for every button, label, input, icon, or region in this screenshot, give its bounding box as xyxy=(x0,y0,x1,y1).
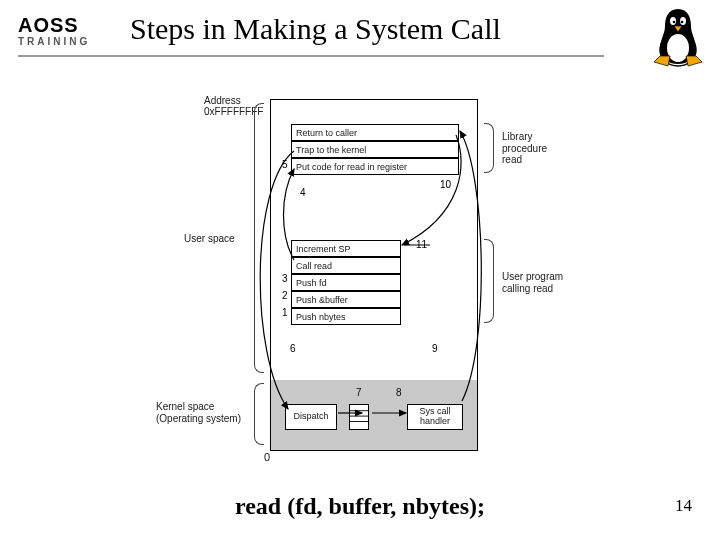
page-number: 14 xyxy=(675,496,692,516)
memory-box: Return to caller Trap to the kernel Put … xyxy=(270,99,478,451)
step-9: 9 xyxy=(432,343,438,354)
slide-caption: read (fd, buffer, nbytes); xyxy=(0,493,720,520)
step-7: 7 xyxy=(356,387,362,398)
row-push-nbytes: Push nbytes xyxy=(291,308,401,325)
user-space-label: User space xyxy=(184,233,235,245)
step-4: 4 xyxy=(300,187,306,198)
slide-header: AOSS TRAINING Steps in Making a System C… xyxy=(0,0,720,72)
kernel-space-label-line2: (Operating system) xyxy=(156,413,241,425)
svg-point-1 xyxy=(667,34,689,62)
userprog-label-line1: User program xyxy=(502,271,563,283)
userprog-label-line2: calling read xyxy=(502,283,563,295)
step-11: 11 xyxy=(416,239,427,250)
library-label: Library procedure read xyxy=(502,131,547,166)
title-rule xyxy=(18,55,604,57)
row-put-code-in-register: Put code for read in register xyxy=(291,158,459,175)
kernel-space-label: Kernel space (Operating system) xyxy=(156,401,241,424)
syscall-diagram: Address 0xFFFFFFFF Return to caller Trap… xyxy=(80,95,640,465)
step-1: 1 xyxy=(282,307,288,318)
row-trap-to-kernel: Trap to the kernel xyxy=(291,141,459,158)
kernel-space-label-line1: Kernel space xyxy=(156,401,241,413)
svg-point-2 xyxy=(670,17,676,25)
logo-main: AOSS xyxy=(18,14,79,37)
dispatch-table-box xyxy=(349,404,369,430)
row-increment-sp: Increment SP xyxy=(291,240,401,257)
step-10: 10 xyxy=(440,179,451,190)
userprog-brace xyxy=(484,239,494,323)
syscall-handler-box: Sys call handler xyxy=(407,404,463,430)
svg-point-5 xyxy=(681,21,684,24)
step-2: 2 xyxy=(282,290,288,301)
step-6: 6 xyxy=(290,343,296,354)
library-brace xyxy=(484,123,494,173)
dispatch-box: Dispatch xyxy=(285,404,337,430)
logo-sub: TRAINING xyxy=(18,36,90,47)
step-8: 8 xyxy=(396,387,402,398)
row-call-read: Call read xyxy=(291,257,401,274)
step-5: 5 xyxy=(282,159,288,170)
row-push-buffer: Push &buffer xyxy=(291,291,401,308)
page-title: Steps in Making a System Call xyxy=(130,12,501,46)
tux-icon xyxy=(650,6,706,68)
zero-label: 0 xyxy=(264,451,270,463)
svg-point-3 xyxy=(680,17,686,25)
kernel-space-brace xyxy=(254,383,264,445)
svg-point-4 xyxy=(673,21,676,24)
library-label-line3: read xyxy=(502,154,547,166)
user-space-brace xyxy=(254,103,264,373)
step-3: 3 xyxy=(282,273,288,284)
userprog-label: User program calling read xyxy=(502,271,563,294)
row-return-to-caller: Return to caller xyxy=(291,124,459,141)
address-label-line1: Address xyxy=(204,95,263,106)
row-push-fd: Push fd xyxy=(291,274,401,291)
library-label-line2: procedure xyxy=(502,143,547,155)
library-label-line1: Library xyxy=(502,131,547,143)
